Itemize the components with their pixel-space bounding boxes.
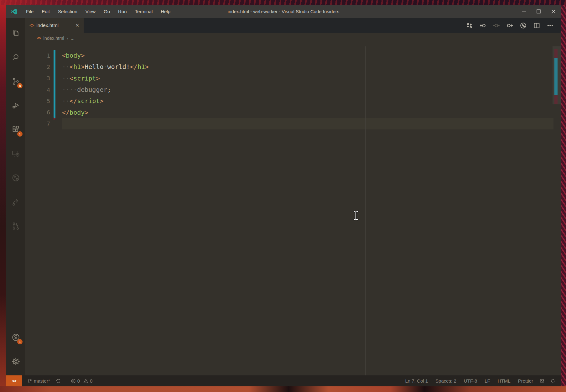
line-number[interactable]: 7: [25, 120, 50, 127]
sync-icon: [56, 379, 61, 384]
breadcrumb-file[interactable]: index.html: [44, 36, 64, 41]
feedback-smiley-icon[interactable]: [537, 375, 548, 386]
code-line-5[interactable]: 5··</script>: [25, 95, 561, 107]
vscode-window: FileEditSelectionViewGoRunTerminalHelp i…: [6, 5, 561, 386]
html-file-icon: <>: [37, 36, 41, 40]
main-area: 811 <> index.html ✕ <> index.html › ... …: [6, 18, 561, 375]
menu-run[interactable]: Run: [114, 5, 131, 18]
tab-close-icon[interactable]: ✕: [74, 22, 80, 29]
code-line-6[interactable]: 6</body>: [25, 107, 561, 118]
activity-extensions-icon[interactable]: 1: [8, 118, 23, 142]
menu-bar: FileEditSelectionViewGoRunTerminalHelp: [22, 5, 174, 18]
badge: 8: [17, 83, 23, 88]
next-change-icon[interactable]: [503, 18, 517, 33]
status-language-mode[interactable]: HTML: [494, 375, 514, 386]
tab-bar: <> index.html ✕: [25, 18, 561, 33]
problems-status[interactable]: 0 0: [68, 375, 96, 386]
warning-count: 0: [90, 378, 92, 384]
run-circle-icon[interactable]: [517, 18, 530, 33]
git-modified-gutter-bar: [54, 50, 55, 118]
menu-file[interactable]: File: [22, 5, 38, 18]
overview-ruler[interactable]: [552, 43, 561, 375]
overview-mark-top: [554, 49, 558, 58]
code-line-4[interactable]: 4····debugger;: [25, 84, 561, 95]
badge: 1: [17, 339, 23, 344]
code-text: ··<script>: [50, 75, 100, 82]
activity-run-and-debug-icon[interactable]: [8, 93, 23, 118]
settings-gear-icon: [11, 357, 20, 366]
code-line-1[interactable]: 1<body>: [25, 50, 561, 61]
activity-settings-gear-icon[interactable]: [8, 349, 23, 374]
close-button[interactable]: [546, 5, 561, 18]
circled-branch-icon: [11, 173, 20, 182]
status-end-of-line[interactable]: LF: [481, 375, 494, 386]
sync-status[interactable]: [53, 375, 64, 386]
remote-explorer-icon: [11, 149, 20, 158]
activity-explorer-icon[interactable]: [8, 21, 23, 45]
overview-mark-modified: [554, 58, 558, 95]
line-number[interactable]: 5: [25, 98, 50, 104]
run-and-debug-icon: [11, 101, 20, 110]
search-icon: [11, 53, 20, 62]
status-encoding[interactable]: UTF-8: [460, 375, 481, 386]
status-cursor-position[interactable]: Ln 7, Col 1: [402, 375, 432, 386]
split-editor-icon[interactable]: [530, 18, 543, 33]
menu-edit[interactable]: Edit: [38, 5, 54, 18]
current-line-highlight: [62, 118, 553, 129]
open-changes-icon[interactable]: [463, 18, 476, 33]
notifications-bell-icon[interactable]: [548, 375, 558, 386]
editor-ruler-line: [365, 46, 366, 375]
activity-live-share-icon[interactable]: [8, 190, 23, 214]
code-line-7[interactable]: 7: [25, 118, 561, 129]
window-controls: [517, 5, 561, 18]
status-indentation[interactable]: Spaces: 2: [432, 375, 460, 386]
line-number[interactable]: 3: [25, 75, 50, 81]
git-branch-status[interactable]: master*: [24, 375, 53, 386]
line-number[interactable]: 6: [25, 109, 50, 116]
breadcrumb-more[interactable]: ...: [71, 36, 75, 41]
code-line-3[interactable]: 3··<script>: [25, 73, 561, 84]
code-editor[interactable]: 1<body>2··<h1>Hello·world!</h1>3··<scrip…: [25, 43, 561, 375]
code-text: ····debugger;: [50, 86, 111, 93]
current-change-icon[interactable]: [490, 18, 503, 33]
branch-label: master*: [34, 378, 50, 384]
wallpaper-left: [0, 5, 6, 386]
activity-accounts-icon[interactable]: 1: [8, 325, 23, 349]
menu-help[interactable]: Help: [157, 5, 174, 18]
errors-icon: [71, 379, 76, 384]
menu-selection[interactable]: Selection: [54, 5, 81, 18]
previous-change-icon[interactable]: [476, 18, 490, 33]
activity-search-icon[interactable]: [8, 45, 23, 69]
menu-view[interactable]: View: [81, 5, 100, 18]
mouse-ibeam-cursor: [353, 210, 359, 221]
breadcrumb: <> index.html › ...: [25, 33, 561, 43]
wallpaper-top: [0, 0, 566, 5]
remote-indicator[interactable]: ><: [6, 375, 22, 386]
menu-terminal[interactable]: Terminal: [131, 5, 157, 18]
editor-group: <> index.html ✕ <> index.html › ... 1<bo…: [25, 18, 561, 375]
warnings-icon: [83, 379, 88, 384]
error-count: 0: [77, 378, 80, 384]
line-number[interactable]: 1: [25, 52, 50, 59]
status-bar-left: >< master* 0: [6, 375, 95, 386]
maximize-button[interactable]: [531, 5, 546, 18]
chevron-right-icon: ›: [67, 35, 68, 41]
more-actions-icon[interactable]: [543, 18, 557, 33]
window-title: index.html - web-worker - Visual Studio …: [228, 5, 340, 18]
explorer-icon: [11, 29, 20, 38]
line-number[interactable]: 2: [25, 64, 50, 70]
activity-remote-explorer-icon[interactable]: [8, 142, 23, 166]
tab-label: index.html: [36, 23, 59, 28]
live-share-icon: [11, 197, 20, 206]
status-formatter[interactable]: Prettier: [514, 375, 537, 386]
activity-bar-bottom: 1: [8, 325, 23, 374]
tab-index-html[interactable]: <> index.html ✕: [25, 18, 84, 33]
code-line-2[interactable]: 2··<h1>Hello·world!</h1>: [25, 61, 561, 72]
menu-go[interactable]: Go: [100, 5, 114, 18]
activity-source-control-icon[interactable]: 8: [8, 69, 23, 93]
title-bar: FileEditSelectionViewGoRunTerminalHelp i…: [6, 5, 561, 18]
minimize-button[interactable]: [517, 5, 531, 18]
line-number[interactable]: 4: [25, 86, 50, 93]
activity-circled-branch-icon[interactable]: [8, 166, 23, 190]
activity-pull-requests-icon[interactable]: [8, 214, 23, 238]
